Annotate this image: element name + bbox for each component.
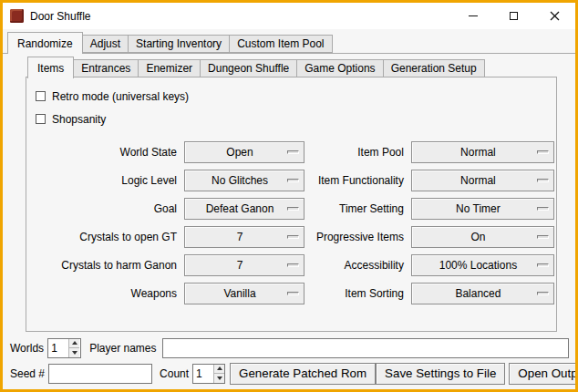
dropdown-value: No Timer (456, 202, 510, 215)
tab-label: Enemizer (146, 62, 192, 75)
options-grid: World State Open Logic Level No Glitches… (34, 138, 556, 307)
world-state-dropdown[interactable]: Open (184, 141, 304, 163)
bottom-bar: Worlds Player names Seed # Count (3, 332, 575, 389)
weapons-label: Weapons (34, 287, 184, 300)
window: Door Shuffle Randomize Adjust Starting I… (0, 0, 578, 392)
item-pool-dropdown[interactable]: Normal (411, 141, 554, 163)
worlds-spinner[interactable] (47, 338, 81, 358)
shopsanity-checkbox-row[interactable]: Shopsanity (36, 108, 556, 130)
dropdown-value: Vanilla (223, 287, 264, 300)
timer-setting-dropdown[interactable]: No Timer (411, 198, 554, 220)
worlds-input[interactable] (48, 339, 68, 357)
spin-down-button[interactable] (214, 373, 224, 383)
option-row: Crystals to harm Ganon 7 (34, 251, 311, 279)
tab-label: Generation Setup (391, 62, 477, 75)
tab-adjust[interactable]: Adjust (82, 35, 129, 53)
dropdown-value: No Glitches (212, 174, 277, 187)
option-row: Goal Defeat Ganon (34, 194, 311, 222)
spin-up-button[interactable] (214, 365, 224, 374)
dropdown-value: 7 (237, 231, 253, 243)
crystals-open-gt-label: Crystals to open GT (34, 231, 184, 243)
dropdown-indicator-icon (537, 235, 549, 239)
progressive-items-label: Progressive Items (311, 231, 411, 243)
logic-level-dropdown[interactable]: No Glitches (184, 170, 304, 191)
option-row: World State Open (34, 138, 311, 166)
player-names-label: Player names (89, 342, 156, 355)
count-input[interactable] (193, 365, 213, 383)
save-settings-button[interactable]: Save Settings to File (376, 363, 505, 385)
spin-down-button[interactable] (69, 347, 79, 357)
worlds-row: Worlds Player names (10, 337, 570, 358)
weapons-dropdown[interactable]: Vanilla (184, 283, 304, 304)
minimize-button[interactable] (452, 3, 493, 29)
tab-label: Custom Item Pool (237, 37, 324, 50)
dropdown-value: Defeat Ganon (206, 202, 284, 215)
items-panel: Retro mode (universal keys) Shopsanity W… (26, 77, 557, 332)
tab-generation-setup[interactable]: Generation Setup (383, 59, 485, 77)
tab-entrances[interactable]: Entrances (73, 59, 139, 77)
dropdown-value: On (470, 231, 494, 243)
seed-input[interactable] (48, 364, 152, 384)
dropdown-indicator-icon (537, 263, 549, 267)
timer-setting-label: Timer Setting (311, 202, 411, 215)
main-tab-bar: Randomize Adjust Starting Inventory Cust… (3, 29, 575, 54)
retro-mode-checkbox-row[interactable]: Retro mode (universal keys) (36, 85, 556, 108)
goal-dropdown[interactable]: Defeat Ganon (184, 198, 304, 220)
generate-patched-rom-button[interactable]: Generate Patched Rom (230, 363, 376, 385)
tab-custom-item-pool[interactable]: Custom Item Pool (229, 35, 332, 53)
spinner-arrows (213, 365, 224, 383)
count-spinner[interactable] (192, 364, 225, 384)
crystals-open-gt-dropdown[interactable]: 7 (184, 226, 304, 248)
dropdown-indicator-icon (287, 263, 299, 267)
retro-mode-checkbox[interactable] (36, 91, 46, 101)
option-row: Item Pool Normal (311, 138, 556, 166)
tab-dungeon-shuffle[interactable]: Dungeon Shuffle (200, 59, 297, 77)
progressive-items-dropdown[interactable]: On (411, 226, 554, 248)
spin-up-button[interactable] (69, 339, 79, 348)
arrow-down-icon (217, 377, 222, 380)
option-row: Crystals to open GT 7 (34, 222, 311, 251)
seed-label: Seed # (10, 367, 45, 380)
dropdown-value: Normal (460, 174, 505, 187)
app-icon (10, 9, 24, 23)
worlds-label: Worlds (10, 342, 44, 355)
dropdown-indicator-icon (537, 150, 549, 154)
tab-enemizer[interactable]: Enemizer (138, 59, 201, 77)
option-row: Timer Setting No Timer (311, 194, 556, 222)
item-sorting-dropdown[interactable]: Balanced (411, 283, 554, 304)
retro-mode-label: Retro mode (universal keys) (52, 90, 189, 103)
tab-game-options[interactable]: Game Options (296, 59, 383, 77)
dropdown-indicator-icon (287, 179, 299, 182)
minimize-icon (469, 15, 478, 16)
item-functionality-label: Item Functionality (311, 174, 411, 187)
arrow-up-icon (72, 341, 77, 345)
player-names-input[interactable] (162, 338, 570, 358)
window-controls (452, 3, 575, 29)
dropdown-value: Normal (460, 146, 505, 159)
world-state-label: World State (34, 146, 184, 159)
tab-starting-inventory[interactable]: Starting Inventory (128, 35, 230, 53)
tab-label: Items (37, 62, 64, 75)
open-output-directory-button[interactable]: Open Output Directory (509, 363, 578, 385)
dropdown-indicator-icon (287, 235, 299, 239)
close-icon (550, 11, 560, 21)
crystals-harm-ganon-dropdown[interactable]: 7 (184, 254, 304, 276)
option-row: Progressive Items On (311, 222, 556, 251)
item-functionality-dropdown[interactable]: Normal (411, 170, 554, 191)
item-sorting-label: Item Sorting (311, 287, 411, 300)
dropdown-value: 100% Locations (439, 259, 526, 272)
maximize-button[interactable] (493, 3, 534, 29)
tab-items[interactable]: Items (27, 57, 74, 78)
logic-level-label: Logic Level (34, 174, 184, 187)
accessibility-dropdown[interactable]: 100% Locations (411, 254, 554, 276)
window-title: Door Shuffle (30, 10, 91, 23)
close-button[interactable] (534, 3, 575, 29)
shopsanity-label: Shopsanity (52, 113, 106, 126)
arrow-up-icon (217, 366, 222, 370)
item-pool-label: Item Pool (311, 146, 411, 159)
shopsanity-checkbox[interactable] (36, 114, 46, 124)
count-label: Count (160, 367, 189, 380)
tab-randomize[interactable]: Randomize (7, 32, 83, 54)
accessibility-label: Accessibility (311, 259, 411, 272)
tab-label: Randomize (17, 37, 73, 50)
